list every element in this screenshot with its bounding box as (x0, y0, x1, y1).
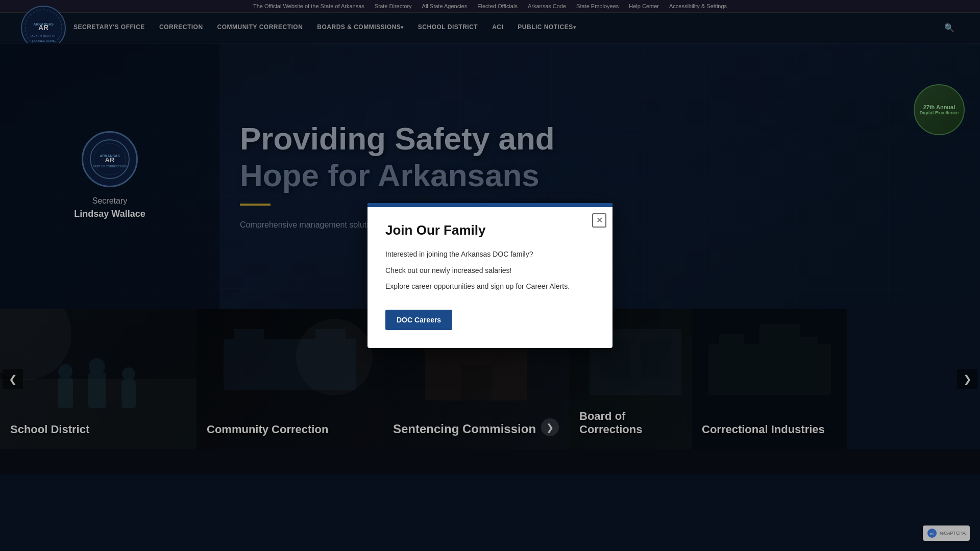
modal-body: ✕ Join Our Family Interested in joining … (368, 207, 612, 348)
doc-careers-button[interactable]: DOC Careers (385, 310, 452, 330)
modal-line-1: Interested in joining the Arkansas DOC f… (385, 248, 595, 261)
modal-line-2: Check out our newly increased salaries! (385, 265, 595, 277)
modal-title: Join Our Family (385, 222, 595, 238)
modal-close-button[interactable]: ✕ (592, 213, 606, 228)
modal-line-3: Explore career opportunities and sign up… (385, 281, 595, 293)
modal-backdrop[interactable]: ✕ Join Our Family Interested in joining … (0, 0, 980, 551)
modal-header-bar (368, 203, 612, 207)
modal-dialog: ✕ Join Our Family Interested in joining … (368, 203, 612, 348)
